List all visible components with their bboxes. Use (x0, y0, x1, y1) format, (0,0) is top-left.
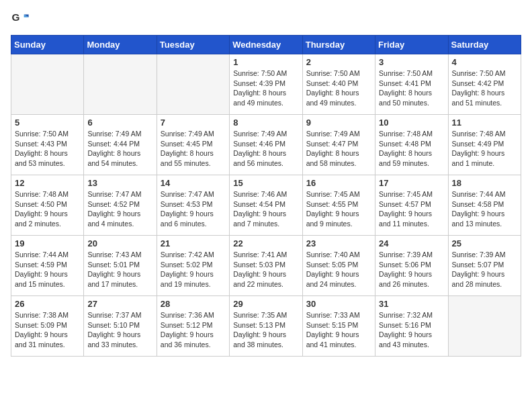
calendar-cell (11, 54, 84, 115)
weekday-header-row: SundayMondayTuesdayWednesdayThursdayFrid… (11, 36, 521, 54)
day-info: Sunrise: 7:35 AM Sunset: 5:13 PM Dayligh… (233, 310, 298, 350)
calendar-cell: 5Sunrise: 7:50 AM Sunset: 4:43 PM Daylig… (11, 115, 84, 175)
calendar-cell: 21Sunrise: 7:42 AM Sunset: 5:02 PM Dayli… (157, 236, 229, 296)
day-number: 8 (233, 118, 298, 128)
day-info: Sunrise: 7:37 AM Sunset: 5:10 PM Dayligh… (87, 310, 152, 350)
logo-icon: G (11, 11, 30, 30)
day-info: Sunrise: 7:33 AM Sunset: 5:15 PM Dayligh… (306, 310, 371, 350)
calendar-cell: 17Sunrise: 7:45 AM Sunset: 4:57 PM Dayli… (375, 175, 448, 236)
day-number: 3 (379, 57, 444, 67)
day-info: Sunrise: 7:48 AM Sunset: 4:50 PM Dayligh… (15, 189, 80, 229)
day-info: Sunrise: 7:50 AM Sunset: 4:40 PM Dayligh… (306, 68, 371, 108)
day-info: Sunrise: 7:44 AM Sunset: 4:58 PM Dayligh… (452, 189, 517, 229)
day-info: Sunrise: 7:49 AM Sunset: 4:46 PM Dayligh… (233, 129, 298, 169)
calendar-cell: 22Sunrise: 7:41 AM Sunset: 5:03 PM Dayli… (230, 236, 302, 296)
day-info: Sunrise: 7:49 AM Sunset: 4:44 PM Dayligh… (87, 129, 152, 169)
calendar-cell: 14Sunrise: 7:47 AM Sunset: 4:53 PM Dayli… (157, 175, 229, 236)
calendar-cell: 30Sunrise: 7:33 AM Sunset: 5:15 PM Dayli… (302, 296, 375, 357)
day-number: 28 (161, 299, 226, 309)
day-number: 29 (233, 299, 298, 309)
day-info: Sunrise: 7:41 AM Sunset: 5:03 PM Dayligh… (233, 250, 298, 289)
day-number: 23 (306, 238, 371, 248)
calendar-cell: 13Sunrise: 7:47 AM Sunset: 4:52 PM Dayli… (84, 175, 157, 236)
day-info: Sunrise: 7:50 AM Sunset: 4:39 PM Dayligh… (233, 68, 298, 108)
day-number: 10 (379, 118, 444, 128)
calendar-cell: 9Sunrise: 7:49 AM Sunset: 4:47 PM Daylig… (302, 115, 375, 175)
day-number: 19 (15, 238, 80, 248)
calendar-cell: 6Sunrise: 7:49 AM Sunset: 4:44 PM Daylig… (84, 115, 157, 175)
day-info: Sunrise: 7:50 AM Sunset: 4:43 PM Dayligh… (15, 129, 80, 169)
day-number: 5 (15, 118, 80, 128)
day-info: Sunrise: 7:39 AM Sunset: 5:07 PM Dayligh… (452, 250, 517, 289)
day-info: Sunrise: 7:43 AM Sunset: 5:01 PM Dayligh… (87, 250, 152, 289)
calendar-cell: 3Sunrise: 7:50 AM Sunset: 4:41 PM Daylig… (375, 54, 448, 115)
calendar-cell: 7Sunrise: 7:49 AM Sunset: 4:45 PM Daylig… (157, 115, 229, 175)
weekday-header-wednesday: Wednesday (230, 36, 302, 54)
day-info: Sunrise: 7:47 AM Sunset: 4:53 PM Dayligh… (161, 189, 226, 229)
calendar-cell: 15Sunrise: 7:46 AM Sunset: 4:54 PM Dayli… (230, 175, 302, 236)
day-number: 9 (306, 118, 371, 128)
week-row-5: 26Sunrise: 7:38 AM Sunset: 5:09 PM Dayli… (11, 296, 521, 357)
calendar-table: SundayMondayTuesdayWednesdayThursdayFrid… (11, 35, 521, 357)
day-number: 26 (15, 299, 80, 309)
weekday-header-thursday: Thursday (302, 36, 375, 54)
day-number: 13 (87, 178, 152, 188)
calendar-cell: 25Sunrise: 7:39 AM Sunset: 5:07 PM Dayli… (448, 236, 521, 296)
weekday-header-sunday: Sunday (11, 36, 84, 54)
day-number: 14 (161, 178, 226, 188)
day-info: Sunrise: 7:49 AM Sunset: 4:47 PM Dayligh… (306, 129, 371, 169)
day-info: Sunrise: 7:39 AM Sunset: 5:06 PM Dayligh… (379, 250, 444, 289)
calendar-cell: 28Sunrise: 7:36 AM Sunset: 5:12 PM Dayli… (157, 296, 229, 357)
day-info: Sunrise: 7:48 AM Sunset: 4:48 PM Dayligh… (379, 129, 444, 169)
day-number: 27 (87, 299, 152, 309)
day-info: Sunrise: 7:50 AM Sunset: 4:41 PM Dayligh… (379, 68, 444, 108)
day-info: Sunrise: 7:44 AM Sunset: 4:59 PM Dayligh… (15, 250, 80, 289)
day-info: Sunrise: 7:47 AM Sunset: 4:52 PM Dayligh… (87, 189, 152, 229)
day-number: 15 (233, 178, 298, 188)
day-number: 4 (452, 57, 517, 67)
weekday-header-monday: Monday (84, 36, 157, 54)
day-info: Sunrise: 7:45 AM Sunset: 4:57 PM Dayligh… (379, 189, 444, 229)
day-number: 20 (87, 238, 152, 248)
day-number: 25 (452, 238, 517, 248)
day-number: 16 (306, 178, 371, 188)
calendar-cell: 4Sunrise: 7:50 AM Sunset: 4:42 PM Daylig… (448, 54, 521, 115)
svg-text:G: G (11, 11, 19, 23)
calendar-cell: 31Sunrise: 7:32 AM Sunset: 5:16 PM Dayli… (375, 296, 448, 357)
calendar-cell (157, 54, 229, 115)
week-row-1: 1Sunrise: 7:50 AM Sunset: 4:39 PM Daylig… (11, 54, 521, 115)
calendar-cell: 8Sunrise: 7:49 AM Sunset: 4:46 PM Daylig… (230, 115, 302, 175)
day-number: 30 (306, 299, 371, 309)
day-number: 18 (452, 178, 517, 188)
calendar-cell: 18Sunrise: 7:44 AM Sunset: 4:58 PM Dayli… (448, 175, 521, 236)
day-number: 17 (379, 178, 444, 188)
day-info: Sunrise: 7:48 AM Sunset: 4:49 PM Dayligh… (452, 129, 517, 169)
day-info: Sunrise: 7:46 AM Sunset: 4:54 PM Dayligh… (233, 189, 298, 229)
calendar-cell: 11Sunrise: 7:48 AM Sunset: 4:49 PM Dayli… (448, 115, 521, 175)
day-number: 21 (161, 238, 226, 248)
weekday-header-tuesday: Tuesday (157, 36, 229, 54)
calendar-cell: 1Sunrise: 7:50 AM Sunset: 4:39 PM Daylig… (230, 54, 302, 115)
day-info: Sunrise: 7:32 AM Sunset: 5:16 PM Dayligh… (379, 310, 444, 350)
day-info: Sunrise: 7:42 AM Sunset: 5:02 PM Dayligh… (161, 250, 226, 289)
day-info: Sunrise: 7:40 AM Sunset: 5:05 PM Dayligh… (306, 250, 371, 289)
day-info: Sunrise: 7:45 AM Sunset: 4:55 PM Dayligh… (306, 189, 371, 229)
calendar-cell: 2Sunrise: 7:50 AM Sunset: 4:40 PM Daylig… (302, 54, 375, 115)
page-header: G (11, 11, 521, 30)
day-info: Sunrise: 7:38 AM Sunset: 5:09 PM Dayligh… (15, 310, 80, 350)
day-number: 1 (233, 57, 298, 67)
calendar-cell: 24Sunrise: 7:39 AM Sunset: 5:06 PM Dayli… (375, 236, 448, 296)
day-number: 12 (15, 178, 80, 188)
day-info: Sunrise: 7:49 AM Sunset: 4:45 PM Dayligh… (161, 129, 226, 169)
week-row-2: 5Sunrise: 7:50 AM Sunset: 4:43 PM Daylig… (11, 115, 521, 175)
calendar-cell: 19Sunrise: 7:44 AM Sunset: 4:59 PM Dayli… (11, 236, 84, 296)
calendar-cell: 12Sunrise: 7:48 AM Sunset: 4:50 PM Dayli… (11, 175, 84, 236)
logo: G (11, 11, 32, 30)
calendar-cell: 26Sunrise: 7:38 AM Sunset: 5:09 PM Dayli… (11, 296, 84, 357)
calendar-cell: 23Sunrise: 7:40 AM Sunset: 5:05 PM Dayli… (302, 236, 375, 296)
calendar-cell: 16Sunrise: 7:45 AM Sunset: 4:55 PM Dayli… (302, 175, 375, 236)
calendar-cell (84, 54, 157, 115)
calendar-cell: 10Sunrise: 7:48 AM Sunset: 4:48 PM Dayli… (375, 115, 448, 175)
day-number: 31 (379, 299, 444, 309)
day-info: Sunrise: 7:50 AM Sunset: 4:42 PM Dayligh… (452, 68, 517, 108)
